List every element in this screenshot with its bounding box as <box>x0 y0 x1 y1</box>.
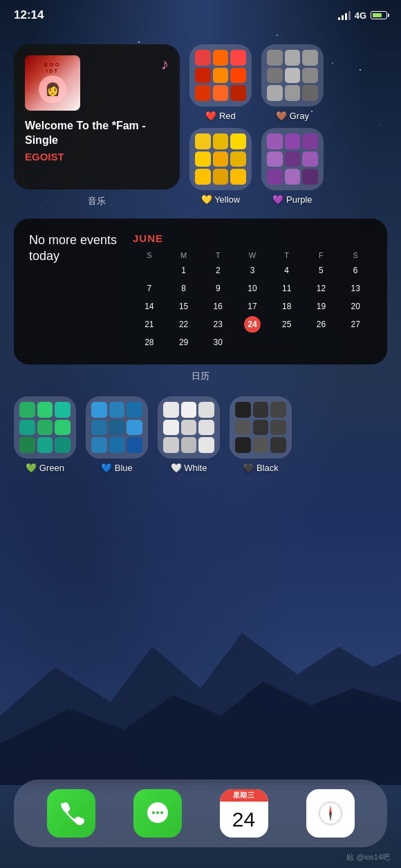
green-folder[interactable] <box>14 396 76 459</box>
black-folder[interactable] <box>230 396 292 459</box>
safari-app-icon[interactable] <box>306 789 355 838</box>
red-app-2[interactable] <box>213 50 229 66</box>
green-app-7[interactable] <box>19 437 35 453</box>
purple-folder[interactable] <box>261 128 324 190</box>
green-app-2[interactable] <box>37 402 53 418</box>
gray-app-8[interactable] <box>285 85 301 101</box>
svg-point-2 <box>156 811 159 814</box>
red-group[interactable]: ❤️ Red <box>189 44 252 121</box>
gray-app-9[interactable] <box>302 85 318 101</box>
gray-folder[interactable] <box>261 44 324 107</box>
black-app-6[interactable] <box>270 420 286 436</box>
black-app-8[interactable] <box>253 437 269 453</box>
purple-app-4[interactable] <box>267 151 283 167</box>
black-app-3[interactable] <box>270 402 286 418</box>
calendar-widget[interactable]: No more events today JUNE S M T W T F S … <box>14 219 387 364</box>
black-app-9[interactable] <box>270 437 286 453</box>
yellow-folder[interactable] <box>189 128 252 190</box>
blue-app-7[interactable] <box>91 437 107 453</box>
gray-app-5[interactable] <box>285 68 301 84</box>
yellow-app-6[interactable] <box>230 151 246 167</box>
red-folder[interactable] <box>189 44 252 107</box>
yellow-app-9[interactable] <box>230 169 246 185</box>
phone-app-icon[interactable] <box>47 789 95 838</box>
cal-day-21: 21 <box>141 316 158 333</box>
cal-day-14: 14 <box>141 298 158 315</box>
blue-app-5[interactable] <box>109 420 125 436</box>
green-app-9[interactable] <box>55 437 71 453</box>
green-app-6[interactable] <box>55 420 71 436</box>
red-app-5[interactable] <box>213 68 229 84</box>
yellow-app-1[interactable] <box>195 133 211 149</box>
white-app-4[interactable] <box>163 420 179 436</box>
red-app-4[interactable] <box>195 68 211 84</box>
purple-app-2[interactable] <box>285 133 301 149</box>
purple-app-3[interactable] <box>302 133 318 149</box>
white-app-6[interactable] <box>198 420 214 436</box>
gray-group-label: 🤎 Gray <box>276 111 309 121</box>
purple-app-1[interactable] <box>267 133 283 149</box>
green-app-3[interactable] <box>55 402 71 418</box>
black-app-1[interactable] <box>235 402 251 418</box>
yellow-app-7[interactable] <box>195 169 211 185</box>
blue-app-4[interactable] <box>91 420 107 436</box>
white-app-3[interactable] <box>198 402 214 418</box>
yellow-group[interactable]: 💛 Yellow <box>189 128 252 205</box>
black-app-4[interactable] <box>235 420 251 436</box>
red-app-8[interactable] <box>213 85 229 101</box>
calendar-widget-wrapper[interactable]: No more events today JUNE S M T W T F S … <box>14 219 387 382</box>
red-app-9[interactable] <box>230 85 246 101</box>
purple-app-7[interactable] <box>267 169 283 185</box>
green-group[interactable]: 💚 Green <box>14 396 76 473</box>
white-app-1[interactable] <box>163 402 179 418</box>
calendar-right: JUNE S M T W T F S 1 2 3 4 5 <box>133 232 372 351</box>
gray-app-4[interactable] <box>267 68 283 84</box>
gray-app-3[interactable] <box>302 50 318 66</box>
blue-app-1[interactable] <box>91 402 107 418</box>
red-app-1[interactable] <box>195 50 211 66</box>
gray-app-1[interactable] <box>267 50 283 66</box>
white-folder[interactable] <box>158 396 220 459</box>
red-app-7[interactable] <box>195 85 211 101</box>
white-app-2[interactable] <box>181 402 197 418</box>
black-app-7[interactable] <box>235 437 251 453</box>
purple-app-6[interactable] <box>302 151 318 167</box>
black-app-5[interactable] <box>253 420 269 436</box>
white-app-8[interactable] <box>181 437 197 453</box>
purple-app-9[interactable] <box>302 169 318 185</box>
white-app-5[interactable] <box>181 420 197 436</box>
yellow-app-2[interactable] <box>213 133 229 149</box>
gray-app-2[interactable] <box>285 50 301 66</box>
green-app-1[interactable] <box>19 402 35 418</box>
green-app-4[interactable] <box>19 420 35 436</box>
blue-folder[interactable] <box>86 396 148 459</box>
gray-group[interactable]: 🤎 Gray <box>261 44 324 121</box>
gray-app-7[interactable] <box>267 85 283 101</box>
blue-app-2[interactable] <box>109 402 125 418</box>
black-group[interactable]: 🖤 Black <box>230 396 292 473</box>
yellow-app-5[interactable] <box>213 151 229 167</box>
blue-app-9[interactable] <box>127 437 142 453</box>
white-app-7[interactable] <box>163 437 179 453</box>
blue-app-6[interactable] <box>127 420 142 436</box>
blue-app-8[interactable] <box>109 437 125 453</box>
yellow-app-8[interactable] <box>213 169 229 185</box>
messages-app-icon[interactable] <box>133 789 182 838</box>
blue-app-3[interactable] <box>127 402 142 418</box>
red-app-6[interactable] <box>230 68 246 84</box>
purple-app-5[interactable] <box>285 151 301 167</box>
gray-app-6[interactable] <box>302 68 318 84</box>
purple-group[interactable]: 💜 Purple <box>261 128 324 205</box>
music-widget[interactable]: EGO IST 👩 ♪ Welcome To the *Fam - Single… <box>14 44 180 207</box>
calendar-app-icon[interactable]: 星期三 24 <box>220 789 268 838</box>
black-app-2[interactable] <box>253 402 269 418</box>
green-app-8[interactable] <box>37 437 53 453</box>
yellow-app-3[interactable] <box>230 133 246 149</box>
purple-app-8[interactable] <box>285 169 301 185</box>
red-app-3[interactable] <box>230 50 246 66</box>
yellow-app-4[interactable] <box>195 151 211 167</box>
white-app-9[interactable] <box>198 437 214 453</box>
blue-group[interactable]: 💙 Blue <box>86 396 148 473</box>
green-app-5[interactable] <box>37 420 53 436</box>
white-group[interactable]: 🤍 White <box>158 396 220 473</box>
